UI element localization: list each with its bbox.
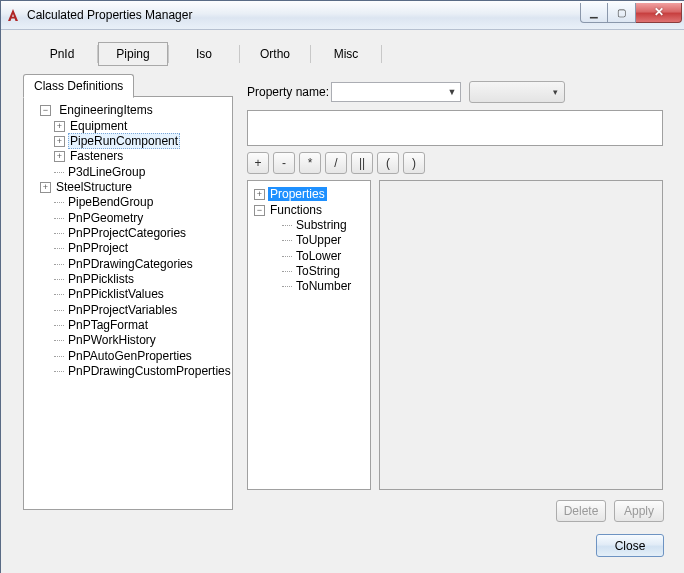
operator-button[interactable]: *: [299, 152, 321, 174]
tree-node[interactable]: PnPDrawingCustomProperties: [66, 364, 233, 378]
chevron-down-icon: ▾: [546, 82, 564, 102]
tree-node-properties[interactable]: Properties: [268, 187, 327, 201]
operator-button[interactable]: /: [325, 152, 347, 174]
tree-node[interactable]: P3dLineGroup: [66, 165, 147, 179]
apply-button[interactable]: Apply: [614, 500, 664, 522]
collapse-icon[interactable]: −: [254, 205, 265, 216]
property-name-label: Property name:: [247, 85, 329, 99]
maximize-icon: ▢: [617, 7, 626, 18]
tree-node[interactable]: ToUpper: [294, 233, 343, 247]
tree-node[interactable]: PnPTagFormat: [66, 318, 150, 332]
operator-button[interactable]: -: [273, 152, 295, 174]
window-title: Calculated Properties Manager: [27, 8, 580, 22]
operator-row: +-*/||(): [247, 152, 425, 174]
functions-tree[interactable]: +Properties −Functions SubstringToUpperT…: [247, 180, 371, 490]
tree-node[interactable]: ToLower: [294, 249, 343, 263]
operator-button[interactable]: +: [247, 152, 269, 174]
tree-node-selected[interactable]: PipeRunComponent: [68, 133, 180, 149]
tree-node[interactable]: Substring: [294, 218, 349, 232]
tree-node[interactable]: EngineeringItems: [57, 103, 154, 117]
tree-node[interactable]: PnPWorkHistory: [66, 333, 158, 347]
app-icon: [5, 7, 21, 23]
tree-node[interactable]: Fasteners: [68, 149, 125, 163]
class-definitions-tree[interactable]: − EngineeringItems +Equipment +PipeRunCo…: [23, 96, 233, 510]
property-name-dropdown[interactable]: ▼: [331, 82, 461, 102]
operator-button[interactable]: ): [403, 152, 425, 174]
preview-panel: [379, 180, 663, 490]
tab-pnid[interactable]: PnId: [27, 42, 97, 66]
expand-icon[interactable]: +: [40, 182, 51, 193]
minimize-icon: ▁: [590, 7, 598, 18]
expression-textbox[interactable]: [247, 110, 663, 146]
tree-node[interactable]: PnPGeometry: [66, 211, 145, 225]
close-window-button[interactable]: ✕: [636, 3, 682, 23]
delete-button[interactable]: Delete: [556, 500, 606, 522]
category-tabs: PnId Piping Iso Ortho Misc: [27, 42, 382, 66]
property-action-dropdown[interactable]: ▾: [469, 81, 565, 103]
tree-node[interactable]: PnPPicklistValues: [66, 287, 166, 301]
collapse-icon[interactable]: −: [40, 105, 51, 116]
chevron-down-icon: ▼: [444, 83, 460, 101]
minimize-button[interactable]: ▁: [580, 3, 608, 23]
tab-misc[interactable]: Misc: [311, 42, 381, 66]
tree-node[interactable]: ToNumber: [294, 279, 353, 293]
tree-node[interactable]: PnPProjectVariables: [66, 303, 179, 317]
dialog-window: Calculated Properties Manager ▁ ▢ ✕ PnId…: [0, 0, 684, 573]
tree-node[interactable]: PnPAutoGenProperties: [66, 349, 194, 363]
tab-ortho[interactable]: Ortho: [240, 42, 310, 66]
class-definitions-tab[interactable]: Class Definitions: [23, 74, 134, 98]
tree-node-functions[interactable]: Functions: [268, 203, 324, 217]
expand-icon[interactable]: +: [54, 136, 65, 147]
close-button[interactable]: Close: [596, 534, 664, 557]
expand-icon[interactable]: +: [54, 121, 65, 132]
maximize-button[interactable]: ▢: [608, 3, 636, 23]
expand-icon[interactable]: +: [54, 151, 65, 162]
close-icon: ✕: [654, 5, 664, 19]
tree-node[interactable]: PnPPicklists: [66, 272, 136, 286]
titlebar[interactable]: Calculated Properties Manager ▁ ▢ ✕: [1, 1, 684, 30]
expand-icon[interactable]: +: [254, 189, 265, 200]
tree-node[interactable]: PnPDrawingCategories: [66, 257, 195, 271]
tree-node[interactable]: PnPProjectCategories: [66, 226, 188, 240]
tab-iso[interactable]: Iso: [169, 42, 239, 66]
tree-node[interactable]: SteelStructure: [54, 180, 134, 194]
tree-node[interactable]: PipeBendGroup: [66, 195, 155, 209]
tab-piping[interactable]: Piping: [98, 42, 168, 66]
operator-button[interactable]: ||: [351, 152, 373, 174]
tree-node[interactable]: PnPProject: [66, 241, 130, 255]
operator-button[interactable]: (: [377, 152, 399, 174]
tree-node[interactable]: ToString: [294, 264, 342, 278]
window-controls: ▁ ▢ ✕: [580, 3, 682, 23]
tree-node[interactable]: Equipment: [68, 119, 129, 133]
client-area: PnId Piping Iso Ortho Misc Class Definit…: [1, 30, 684, 573]
